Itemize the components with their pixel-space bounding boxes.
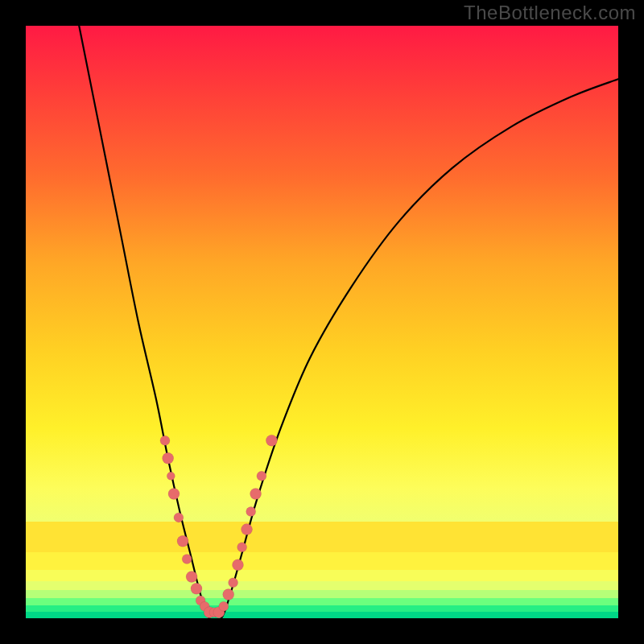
scatter-point [232, 559, 243, 571]
scatter-point [229, 578, 238, 588]
chart-svg [26, 26, 618, 618]
scatter-point [257, 471, 266, 481]
scatter-point [242, 524, 253, 535]
scatter-point [186, 571, 197, 582]
scatter-point [163, 452, 174, 464]
scatter-point [219, 601, 229, 611]
scatter-point [250, 488, 262, 499]
scatter-point [168, 488, 180, 499]
scatter-point [160, 436, 170, 445]
scatter-point [246, 507, 256, 517]
scatter-point [223, 589, 234, 601]
scatter-point [191, 583, 202, 594]
bottleneck-curve [79, 26, 618, 621]
scatter-point [182, 554, 192, 564]
scatter-point [174, 513, 184, 522]
scatter-point [177, 535, 188, 547]
scatter-point [167, 472, 175, 480]
watermark-text: TheBottleneck.com [464, 2, 636, 24]
chart-frame: TheBottleneck.com [0, 0, 644, 644]
plot-area [26, 26, 618, 618]
scatter-point [237, 543, 247, 552]
scatter-points [160, 435, 277, 617]
scatter-point [266, 435, 277, 446]
